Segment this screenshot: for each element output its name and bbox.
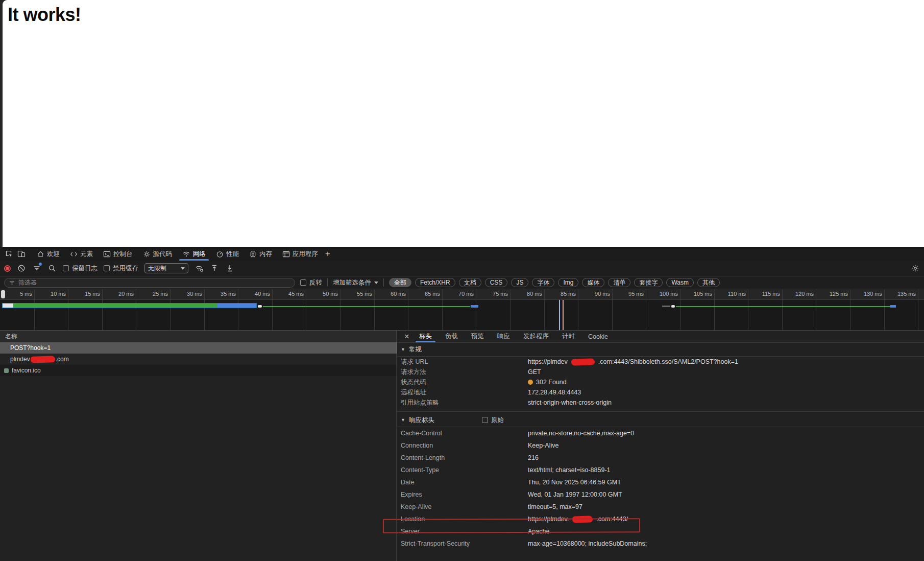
gridline — [544, 300, 545, 330]
tab-application[interactable]: 应用程序 — [277, 247, 323, 261]
search-icon[interactable] — [47, 264, 57, 273]
throttling-select[interactable]: 无限制 — [144, 263, 188, 273]
tab-console[interactable]: 控制台 — [98, 247, 138, 261]
details-tab-计时[interactable]: 计时 — [555, 331, 581, 342]
filter-pill-css[interactable]: CSS — [485, 278, 508, 287]
header-value[interactable]: 172.28.49.48:4443 — [528, 389, 581, 396]
filter-pill-文档[interactable]: 文档 — [459, 278, 481, 287]
tab-sources[interactable]: 源代码 — [138, 247, 178, 261]
header-value[interactable]: Apache — [528, 528, 549, 535]
filter-pill-清单[interactable]: 清单 — [608, 278, 630, 287]
tab-welcome[interactable]: 欢迎 — [32, 247, 65, 261]
gridline — [612, 300, 613, 330]
disable-cache-checkbox[interactable]: 禁用缓存 — [104, 264, 138, 273]
value-text: Wed, 01 Jan 1997 12:00:00 GMT — [528, 491, 622, 498]
filter-pill-媒体[interactable]: 媒体 — [582, 278, 604, 287]
general-section-header[interactable]: ▼ 常规 — [397, 343, 924, 357]
timeline-ruler[interactable]: 5 ms10 ms15 ms20 ms25 ms30 ms35 ms40 ms4… — [0, 289, 924, 300]
import-har-icon[interactable] — [210, 264, 219, 273]
header-value[interactable]: 216 — [528, 454, 539, 461]
header-value[interactable]: GET — [528, 368, 541, 376]
tab-label: 网络 — [193, 250, 206, 259]
timeline-tick: 5 ms — [1, 291, 32, 297]
response-headers-section-header[interactable]: ▼ 响应标头 原始 — [397, 413, 924, 427]
devtools-tabbar: 欢迎元素控制台源代码网络性能内存应用程序 + — [0, 247, 924, 261]
header-value[interactable]: strict-origin-when-cross-origin — [528, 399, 612, 406]
header-value[interactable]: Thu, 20 Nov 2025 06:46:59 GMT — [528, 479, 621, 486]
details-tab-负载[interactable]: 负载 — [439, 331, 465, 342]
filter-pill-套接字[interactable]: 套接字 — [634, 278, 663, 287]
header-value[interactable]: Wed, 01 Jan 1997 12:00:00 GMT — [528, 491, 622, 498]
value-text: GET — [528, 368, 541, 376]
header-value[interactable]: text/html; charset=iso-8859-1 — [528, 466, 611, 474]
header-value[interactable]: https://plmdev.com:4443/Shibboleth.sso/S… — [528, 358, 738, 365]
redaction-scribble — [571, 358, 595, 366]
filter-pill-字体[interactable]: 字体 — [532, 278, 554, 287]
gridline — [918, 289, 918, 300]
tab-performance[interactable]: 性能 — [211, 247, 244, 261]
network-icon — [182, 250, 190, 258]
filter-pill-js[interactable]: JS — [511, 278, 528, 287]
clear-network-log-icon[interactable] — [17, 264, 26, 273]
gridline — [816, 300, 816, 330]
timeline-tick: 90 ms — [578, 291, 610, 297]
filter-toggle-icon[interactable] — [32, 264, 41, 273]
more-tools-button[interactable]: + — [325, 249, 330, 259]
record-network-log-button[interactable] — [4, 265, 11, 272]
request-bar[interactable] — [2, 303, 257, 308]
header-value[interactable]: https://plmdev..com:4443/ — [528, 516, 628, 523]
details-tab-预览[interactable]: 预览 — [465, 331, 491, 342]
timeline-tick: 60 ms — [374, 291, 406, 297]
details-tab-发起程序[interactable]: 发起程序 — [517, 331, 555, 342]
raw-headers-checkbox[interactable]: 原始 — [482, 416, 504, 425]
redaction-scribble — [572, 516, 593, 523]
header-value[interactable]: max-age=10368000; includeSubDomains; — [528, 540, 647, 547]
gridline — [850, 300, 850, 330]
bar-segment-white — [3, 303, 13, 308]
response-header-row: Keep-Alivetimeout=5, max=97 — [397, 501, 924, 513]
request-line[interactable] — [676, 306, 890, 307]
request-line-tip — [890, 305, 896, 308]
more-filters-dropdown[interactable]: 增加筛选条件 — [333, 278, 378, 287]
details-tab-响应[interactable]: 响应 — [491, 331, 517, 342]
timeline-tick: 45 ms — [272, 291, 304, 297]
request-row[interactable]: POST?hook=1 — [0, 342, 397, 354]
header-value[interactable]: private,no-store,no-cache,max-age=0 — [528, 430, 634, 437]
filter-pill-全部[interactable]: 全部 — [389, 278, 411, 287]
response-header-row: Content-Typetext/html; charset=iso-8859-… — [397, 464, 924, 476]
request-row[interactable]: favicon.ico — [0, 365, 397, 376]
waterfall-overview[interactable] — [0, 300, 924, 330]
filter-pill-img[interactable]: Img — [558, 278, 578, 287]
device-toolbar-icon[interactable] — [15, 248, 28, 260]
name-column-header[interactable]: 名称 — [0, 331, 397, 342]
network-settings-gear-icon[interactable] — [911, 264, 920, 273]
details-tab-Cookie[interactable]: Cookie — [581, 331, 615, 342]
request-row[interactable]: plmdev.com — [0, 354, 397, 365]
filter-pill-wasm[interactable]: Wasm — [666, 278, 694, 287]
timeline-tick: 120 ms — [782, 291, 814, 297]
value-text: https://plmdev — [528, 358, 568, 365]
response-header-row: Content-Length216 — [397, 452, 924, 464]
tab-memory[interactable]: 内存 — [244, 247, 277, 261]
filter-input[interactable]: 筛选器 — [4, 278, 295, 288]
header-value[interactable]: 302 Found — [528, 379, 567, 386]
filter-pill-其他[interactable]: 其他 — [697, 278, 720, 287]
tab-elements[interactable]: 元素 — [65, 247, 98, 261]
inspect-element-icon[interactable] — [3, 248, 15, 260]
tab-network[interactable]: 网络 — [177, 247, 211, 261]
details-tab-标头[interactable]: 标头 — [412, 331, 439, 342]
gridline — [680, 300, 680, 330]
network-conditions-icon[interactable] — [194, 264, 204, 273]
invert-filter-checkbox[interactable]: 反转 — [300, 278, 322, 287]
timeline-tick: 115 ms — [748, 291, 780, 297]
filter-pill-fetch/xhr[interactable]: Fetch/XHR — [415, 278, 455, 287]
timeline-tick: 15 ms — [68, 291, 100, 297]
preserve-log-box[interactable] — [63, 265, 69, 271]
preserve-log-checkbox[interactable]: 保留日志 — [63, 264, 98, 273]
request-line[interactable] — [263, 306, 470, 307]
header-value[interactable]: timeout=5, max=97 — [528, 503, 582, 510]
export-har-icon[interactable] — [225, 264, 234, 273]
header-value[interactable]: Keep-Alive — [528, 442, 558, 449]
disable-cache-box[interactable] — [104, 265, 110, 271]
close-details-icon[interactable]: × — [401, 332, 412, 341]
